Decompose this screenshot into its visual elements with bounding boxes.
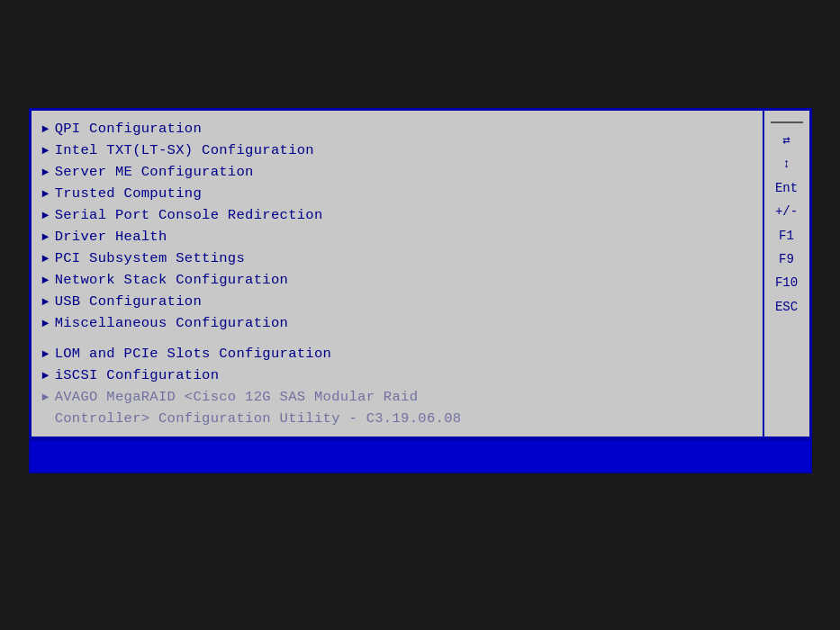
key-navigate: ⇄	[782, 130, 790, 150]
menu-item-iscsi[interactable]: ► iSCSI Configuration	[42, 364, 752, 386]
key-plusminus: +/-	[775, 202, 798, 221]
menu-item-avago-2: Controller> Configuration Utility - C3.1…	[42, 408, 752, 429]
arrow-icon-server-me: ►	[42, 166, 50, 179]
bios-screen: ► QPI Configuration ► Intel TXT(LT-SX) C…	[29, 108, 812, 439]
menu-item-misc[interactable]: ► Miscellaneous Configuration	[42, 312, 752, 334]
arrow-icon-pci: ►	[42, 252, 50, 266]
menu-item-qpi[interactable]: ► QPI Configuration	[42, 118, 752, 140]
arrow-icon-avago-2	[42, 412, 50, 426]
key-updown: ↕	[782, 154, 790, 174]
arrow-icon-driver: ►	[42, 230, 50, 244]
menu-item-network-stack[interactable]: ► Network Stack Configuration	[42, 269, 752, 291]
arrow-icon-usb: ►	[42, 295, 50, 309]
key-enter: Ent	[775, 178, 798, 198]
sidebar-keys: ⇄ ↕ Ent +/- F1 F9 F10 ESC	[763, 111, 809, 436]
arrow-icon-avago: ►	[42, 391, 50, 404]
arrow-icon-qpi: ►	[42, 122, 50, 136]
menu-item-pci-subsystem[interactable]: ► PCI Subsystem Settings	[42, 248, 752, 269]
menu-area: ► QPI Configuration ► Intel TXT(LT-SX) C…	[32, 111, 763, 436]
menu-item-lom-pcie[interactable]: ► LOM and PCIe Slots Configuration	[42, 343, 752, 364]
arrow-icon-misc: ►	[42, 317, 50, 330]
menu-item-avago-1[interactable]: ► AVAGO MegaRAID <Cisco 12G SAS Modular …	[42, 386, 752, 408]
arrow-icon-lom: ►	[42, 347, 50, 361]
arrow-icon-intel-txt: ►	[42, 144, 50, 158]
menu-item-driver-health[interactable]: ► Driver Health	[42, 226, 752, 248]
menu-item-serial-port[interactable]: ► Serial Port Console Redirection	[42, 204, 752, 226]
arrow-icon-trusted: ►	[42, 187, 50, 201]
key-f1: F1	[779, 226, 794, 246]
arrow-icon-network: ►	[42, 274, 50, 287]
menu-item-trusted-computing[interactable]: ► Trusted Computing	[42, 183, 752, 204]
sidebar-divider	[771, 122, 803, 123]
menu-item-server-me[interactable]: ► Server ME Configuration	[42, 161, 752, 183]
key-f9: F9	[779, 249, 794, 269]
arrow-icon-iscsi: ►	[42, 369, 50, 382]
bottom-bar	[29, 439, 812, 473]
key-f10: F10	[775, 273, 798, 292]
arrow-icon-serial: ►	[42, 209, 50, 222]
key-esc: ESC	[775, 297, 798, 317]
menu-item-intel-txt[interactable]: ► Intel TXT(LT-SX) Configuration	[42, 140, 752, 161]
menu-item-usb[interactable]: ► USB Configuration	[42, 291, 752, 312]
